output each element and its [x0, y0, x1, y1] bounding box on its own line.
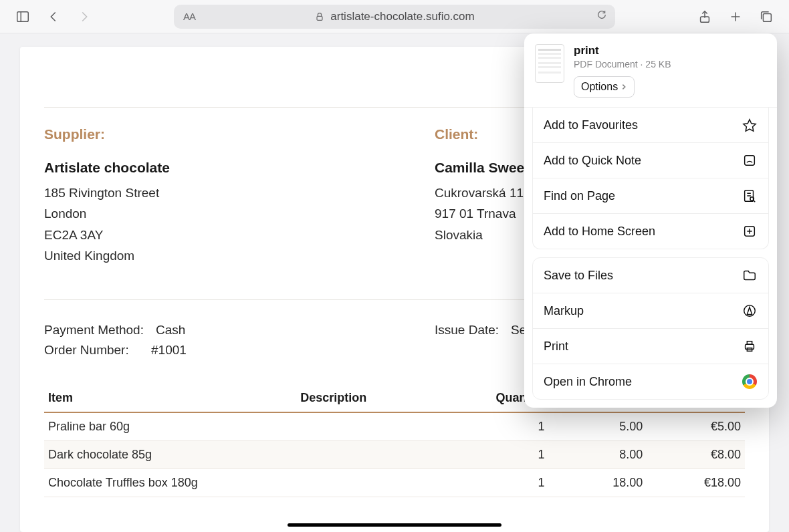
cell-total: €18.00	[647, 469, 745, 497]
cell-item: Chocolate Truffles box 180g	[44, 469, 296, 497]
text-size-button[interactable]: AA	[183, 11, 195, 22]
share-item-label: Find on Page	[544, 189, 615, 203]
supplier-label: Supplier:	[44, 126, 354, 142]
share-item-print[interactable]: Print	[533, 329, 768, 364]
cell-total: €5.00	[647, 412, 745, 441]
order-number-value: #1001	[151, 343, 187, 358]
share-subtitle: PDF Document · 25 KB	[574, 59, 766, 70]
svg-line-13	[754, 200, 756, 202]
supplier-name: Artislate chocolate	[44, 160, 354, 176]
table-row: Chocolate Truffles box 180g118.00€18.00	[44, 469, 745, 497]
share-item-save-to-files[interactable]: Save to Files	[533, 258, 768, 293]
cell-total: €8.00	[647, 441, 745, 469]
share-item-add-to-home-screen[interactable]: Add to Home Screen	[533, 214, 768, 249]
cell-price: 8.00	[549, 441, 647, 469]
col-item: Item	[44, 384, 296, 412]
sidebar-toggle-button[interactable]	[9, 5, 36, 29]
svg-rect-18	[746, 344, 754, 349]
home-indicator[interactable]	[288, 523, 501, 527]
share-group-2: Save to FilesMarkupPrintOpen in Chrome	[532, 257, 769, 400]
svg-marker-7	[744, 120, 756, 131]
chrome-icon	[742, 374, 758, 390]
cell-desc	[296, 469, 465, 497]
payment-method-label: Payment Method:	[44, 323, 144, 338]
table-row: Dark chocolate 85g18.00€8.00	[44, 441, 745, 469]
share-item-find-on-page[interactable]: Find on Page	[533, 178, 768, 214]
svg-rect-2	[317, 16, 322, 20]
svg-rect-19	[747, 342, 752, 345]
issue-date-label: Issue Date:	[435, 323, 499, 338]
share-item-label: Add to Home Screen	[544, 225, 655, 239]
svg-rect-0	[17, 11, 29, 21]
col-description: Description	[296, 384, 465, 412]
supplier-line-2: London	[44, 203, 354, 224]
document-thumbnail	[535, 44, 564, 83]
back-button[interactable]	[40, 5, 67, 29]
supplier-line-1: 185 Rivington Street	[44, 182, 354, 203]
folder-icon	[742, 267, 758, 283]
forward-button[interactable]	[71, 5, 98, 29]
printer-icon	[742, 338, 758, 354]
cell-qty: 1	[465, 412, 549, 441]
url-text: artislate-chocolate.sufio.com	[330, 10, 474, 23]
chevron-right-icon	[621, 84, 627, 90]
share-item-open-in-chrome[interactable]: Open in Chrome	[533, 364, 768, 399]
browser-toolbar: AA artislate-chocolate.sufio.com	[0, 0, 789, 33]
svg-rect-8	[745, 156, 755, 166]
cell-price: 18.00	[549, 469, 647, 497]
share-sheet: print PDF Document · 25 KB Options Add t…	[524, 33, 777, 408]
order-number-label: Order Number:	[44, 343, 139, 358]
share-button[interactable]	[691, 5, 718, 29]
share-item-label: Markup	[544, 304, 584, 318]
svg-rect-6	[763, 13, 771, 21]
markup-icon	[742, 303, 758, 319]
table-row: Praline bar 60g15.00€5.00	[44, 412, 745, 441]
options-label: Options	[581, 81, 618, 93]
share-header: print PDF Document · 25 KB Options	[524, 33, 777, 108]
cell-price: 5.00	[549, 412, 647, 441]
address-bar[interactable]: AA artislate-chocolate.sufio.com	[174, 5, 615, 29]
share-item-add-to-quick-note[interactable]: Add to Quick Note	[533, 143, 768, 178]
lock-icon	[314, 11, 325, 22]
supplier-line-4: United Kingdom	[44, 245, 354, 266]
plus-square-icon	[742, 223, 758, 239]
new-tab-button[interactable]	[722, 5, 749, 29]
find-icon	[742, 188, 758, 204]
cell-desc	[296, 412, 465, 441]
share-item-label: Save to Files	[544, 269, 613, 283]
share-item-label: Open in Chrome	[544, 375, 632, 389]
cell-qty: 1	[465, 441, 549, 469]
cell-qty: 1	[465, 469, 549, 497]
payment-method-value: Cash	[156, 323, 185, 338]
share-item-add-to-favourites[interactable]: Add to Favourites	[533, 108, 768, 143]
options-button[interactable]: Options	[574, 76, 635, 98]
share-item-label: Print	[544, 340, 568, 354]
share-item-label: Add to Favourites	[544, 118, 638, 132]
cell-item: Praline bar 60g	[44, 412, 296, 441]
share-item-label: Add to Quick Note	[544, 154, 641, 168]
star-icon	[742, 117, 758, 133]
supplier-line-3: EC2A 3AY	[44, 225, 354, 245]
share-title: print	[574, 44, 766, 57]
cell-item: Dark chocolate 85g	[44, 441, 296, 469]
tabs-button[interactable]	[753, 5, 780, 29]
share-item-markup[interactable]: Markup	[533, 293, 768, 329]
cell-desc	[296, 441, 465, 469]
note-icon	[742, 152, 758, 168]
refresh-button[interactable]	[596, 9, 607, 23]
share-group-1: Add to FavouritesAdd to Quick NoteFind o…	[532, 108, 769, 249]
